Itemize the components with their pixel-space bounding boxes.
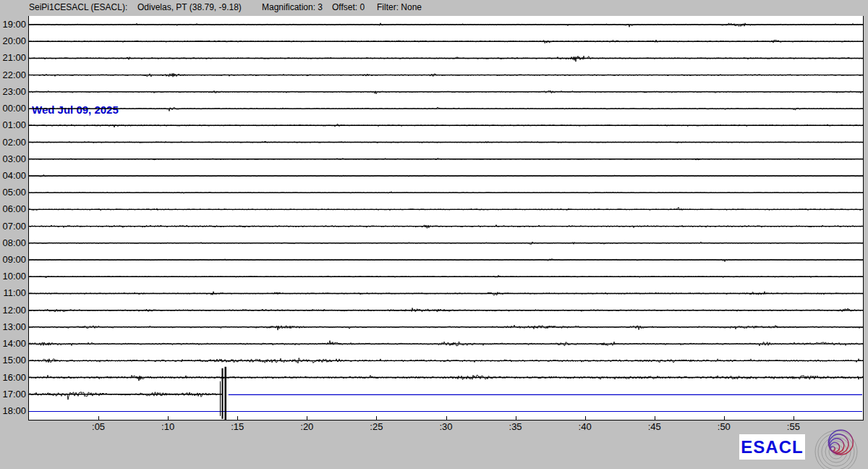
- station-id-label: SeiPi1CESACL (ESACL):: [29, 2, 127, 12]
- hour-label: 06:00: [0, 203, 26, 215]
- hour-label: 17:00: [0, 389, 26, 400]
- helicorder-plot-area: [28, 16, 864, 421]
- hour-label: 10:00: [0, 271, 26, 282]
- helicorder-window: { "header": { "station_id": "SeiPi1CESAC…: [0, 0, 868, 469]
- hour-label: 09:00: [0, 254, 26, 266]
- minute-tick-label: :10: [152, 421, 184, 432]
- hour-label: 14:00: [0, 338, 26, 350]
- minute-tick-label: :20: [291, 421, 323, 432]
- esacl-logo-box: ESACL: [739, 434, 805, 460]
- hour-label: 02:00: [0, 137, 26, 148]
- minute-tick-label: :50: [708, 421, 740, 432]
- hour-label: 20:00: [0, 35, 26, 47]
- hour-label: 08:00: [0, 237, 26, 249]
- helicorder-trace-canvas: [29, 16, 863, 420]
- hour-label: 01:00: [0, 119, 26, 131]
- station-location-label: Odivelas, PT (38.79, -9.18): [137, 2, 242, 12]
- hour-label: 22:00: [0, 69, 26, 81]
- magnification-label: Magnification: 3: [262, 2, 323, 12]
- minute-tick-label: :35: [500, 421, 532, 432]
- header-bar: SeiPi1CESACL (ESACL): Odivelas, PT (38.7…: [0, 2, 868, 14]
- hour-label: 03:00: [0, 153, 26, 165]
- hour-label: 07:00: [0, 221, 26, 232]
- minute-tick-label: :25: [360, 421, 392, 432]
- filter-label: Filter: None: [377, 2, 422, 12]
- hour-label: 05:00: [0, 187, 26, 198]
- hour-label: 13:00: [0, 321, 26, 333]
- minute-tick-label: :45: [639, 421, 671, 432]
- offset-label: Offset: 0: [332, 2, 365, 12]
- hour-label: 04:00: [0, 170, 26, 182]
- esacl-spiral-logo: [813, 426, 867, 469]
- hour-label: 15:00: [0, 355, 26, 366]
- hour-label: 18:00: [0, 405, 26, 417]
- minute-tick-label: :15: [221, 421, 253, 432]
- minute-tick-label: :40: [569, 421, 601, 432]
- hour-label: 11:00: [0, 287, 26, 299]
- minute-tick-label: :05: [82, 421, 114, 432]
- minute-tick-label: :55: [778, 421, 809, 432]
- hour-label: 19:00: [0, 19, 26, 30]
- hour-label: 21:00: [0, 52, 26, 64]
- esacl-logo-text: ESACL: [741, 439, 803, 456]
- hour-label: 00:00: [0, 103, 26, 114]
- minute-tick-label: :30: [430, 421, 462, 432]
- hour-label: 12:00: [0, 305, 26, 316]
- hour-label: 16:00: [0, 372, 26, 384]
- hour-label: 23:00: [0, 86, 26, 98]
